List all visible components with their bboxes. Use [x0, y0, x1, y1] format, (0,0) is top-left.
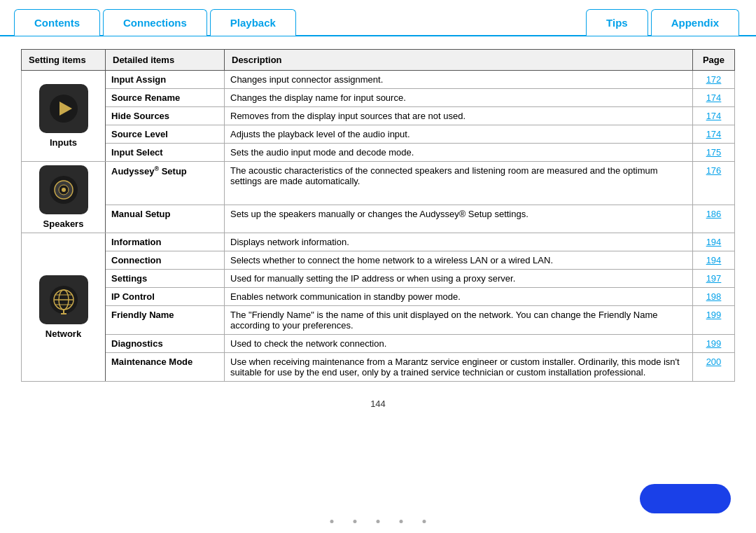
- page-number: 144: [370, 399, 386, 409]
- desc-hide-sources: Removes from the display input sources t…: [225, 107, 693, 125]
- page-settings[interactable]: 197: [693, 270, 735, 288]
- table-row: IP Control Enables network communication…: [22, 288, 735, 306]
- table-row: Network Information Displays network inf…: [22, 233, 735, 251]
- tab-contents[interactable]: Contents: [14, 9, 100, 36]
- speakers-label: Speakers: [27, 219, 99, 229]
- detail-connection: Connection: [106, 251, 225, 270]
- setting-network: Network: [22, 233, 106, 382]
- desc-friendly-name: The "Friendly Name" is the name of this …: [225, 306, 693, 335]
- header-setting: Setting items: [22, 50, 106, 71]
- detail-source-level: Source Level: [106, 125, 225, 144]
- page-dot-5: [423, 520, 426, 523]
- speaker-icon: [48, 174, 79, 205]
- page-ip-control[interactable]: 198: [693, 288, 735, 306]
- detail-ip-control: IP Control: [106, 288, 225, 306]
- network-icon-box: [39, 275, 88, 324]
- network-label: Network: [27, 328, 99, 339]
- table-row: Manual Setup Sets up the speakers manual…: [22, 205, 735, 233]
- desc-settings: Used for manually setting the IP address…: [225, 270, 693, 288]
- table-row: Source Level Adjusts the playback level …: [22, 125, 735, 144]
- network-icon: [48, 284, 79, 315]
- table-row: Source Rename Changes the display name f…: [22, 89, 735, 107]
- table-row: Settings Used for manually setting the I…: [22, 270, 735, 288]
- detail-input-select: Input Select: [106, 144, 225, 162]
- page-dots: [330, 520, 426, 523]
- page-manual-setup[interactable]: 186: [693, 205, 735, 233]
- page-dot-4: [400, 520, 403, 523]
- desc-connection: Selects whether to connect the home netw…: [225, 251, 693, 270]
- page-source-rename[interactable]: 174: [693, 89, 735, 107]
- table-row: Connection Selects whether to connect th…: [22, 251, 735, 270]
- page-input-assign[interactable]: 172: [693, 71, 735, 89]
- blue-action-button[interactable]: [640, 484, 731, 513]
- page-dot-2: [354, 520, 357, 523]
- setting-speakers: Speakers: [22, 162, 106, 233]
- page-audyssey[interactable]: 176: [693, 162, 735, 205]
- desc-input-select: Sets the audio input mode and decode mod…: [225, 144, 693, 162]
- desc-diagnostics: Used to check the network connection.: [225, 335, 693, 353]
- desc-audyssey: The acoustic characteristics of the conn…: [225, 162, 693, 205]
- desc-source-rename: Changes the display name for input sourc…: [225, 89, 693, 107]
- table-row: Input Select Sets the audio input mode a…: [22, 144, 735, 162]
- page-connection[interactable]: 194: [693, 251, 735, 270]
- table-row: Maintenance Mode Use when receiving main…: [22, 353, 735, 382]
- table-row: Speakers Audyssey® Setup The acoustic ch…: [22, 162, 735, 205]
- detail-maintenance-mode: Maintenance Mode: [106, 353, 225, 382]
- detail-hide-sources: Hide Sources: [106, 107, 225, 125]
- table-row: Diagnostics Used to check the network co…: [22, 335, 735, 353]
- svg-point-5: [62, 188, 66, 192]
- tab-appendix[interactable]: Appendix: [651, 9, 739, 36]
- page-footer: 144: [21, 399, 735, 409]
- page-maintenance-mode[interactable]: 200: [693, 353, 735, 382]
- table-row: Hide Sources Removes from the display in…: [22, 107, 735, 125]
- page-input-select[interactable]: 175: [693, 144, 735, 162]
- page-information[interactable]: 194: [693, 233, 735, 251]
- desc-manual-setup: Sets up the speakers manually or changes…: [225, 205, 693, 233]
- tab-connections[interactable]: Connections: [103, 9, 207, 36]
- detail-source-rename: Source Rename: [106, 89, 225, 107]
- desc-source-level: Adjusts the playback level of the audio …: [225, 125, 693, 144]
- desc-information: Displays network information.: [225, 233, 693, 251]
- tab-playback[interactable]: Playback: [210, 9, 296, 36]
- page-hide-sources[interactable]: 174: [693, 107, 735, 125]
- detail-information: Information: [106, 233, 225, 251]
- main-content: Setting items Detailed items Description…: [0, 36, 756, 422]
- detail-manual-setup: Manual Setup: [106, 205, 225, 233]
- page-source-level[interactable]: 174: [693, 125, 735, 144]
- desc-input-assign: Changes input connector assignment.: [225, 71, 693, 89]
- page-diagnostics[interactable]: 199: [693, 335, 735, 353]
- page-dot-1: [330, 520, 334, 523]
- top-navigation: Contents Connections Playback Tips Appen…: [0, 0, 756, 36]
- input-icon: [48, 93, 79, 124]
- desc-ip-control: Enables network communication in standby…: [225, 288, 693, 306]
- inputs-label: Inputs: [27, 137, 99, 148]
- inputs-icon-box: [39, 84, 88, 133]
- detail-diagnostics: Diagnostics: [106, 335, 225, 353]
- header-page: Page: [693, 50, 735, 71]
- page-dot-3: [377, 520, 380, 523]
- detail-input-assign: Input Assign: [106, 71, 225, 89]
- tab-tips[interactable]: Tips: [586, 9, 648, 36]
- table-row: Friendly Name The "Friendly Name" is the…: [22, 306, 735, 335]
- detail-friendly-name: Friendly Name: [106, 306, 225, 335]
- desc-maintenance-mode: Use when receiving maintenance from a Ma…: [225, 353, 693, 382]
- table-row: Inputs Input Assign Changes input connec…: [22, 71, 735, 89]
- header-description: Description: [225, 50, 693, 71]
- page-friendly-name[interactable]: 199: [693, 306, 735, 335]
- detail-audyssey: Audyssey® Setup: [106, 162, 225, 205]
- header-detail: Detailed items: [106, 50, 225, 71]
- speakers-icon-box: [39, 165, 88, 214]
- detail-settings: Settings: [106, 270, 225, 288]
- settings-table: Setting items Detailed items Description…: [21, 49, 735, 382]
- setting-inputs: Inputs: [22, 71, 106, 162]
